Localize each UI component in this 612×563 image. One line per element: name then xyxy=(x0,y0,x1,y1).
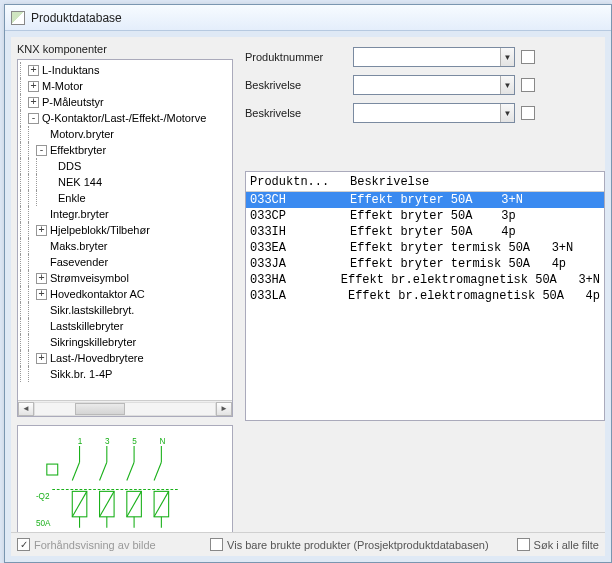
cell-beskrivelse: Effekt br.elektromagnetisk 50A 4p xyxy=(348,289,600,303)
search-all-checkbox-row[interactable]: Søk i alle filte xyxy=(517,538,599,551)
svg-text:1: 1 xyxy=(78,437,83,446)
scroll-track[interactable] xyxy=(34,402,216,416)
svg-line-17 xyxy=(127,462,134,480)
tree-item-label: Maks.bryter xyxy=(50,238,107,254)
tree-item-label: DDS xyxy=(58,158,81,174)
tree-item[interactable]: -Q-Kontaktor/Last-/Effekt-/Motorve xyxy=(20,110,232,126)
scroll-thumb[interactable] xyxy=(75,403,125,415)
filter-row: Produktnummer▼ xyxy=(245,47,597,67)
tree-item[interactable]: +P-Måleutstyr xyxy=(20,94,232,110)
app-icon xyxy=(11,11,25,25)
svg-line-25 xyxy=(154,491,169,516)
filter-extra-checkbox[interactable] xyxy=(521,106,535,120)
expand-icon[interactable]: + xyxy=(36,273,47,284)
filter-combo[interactable]: ▼ xyxy=(353,103,515,123)
tree-item-label: Lastskillebryter xyxy=(50,318,123,334)
svg-line-11 xyxy=(100,462,107,480)
tree-item[interactable]: Maks.bryter xyxy=(20,238,232,254)
svg-line-23 xyxy=(154,462,161,480)
grid-header-produktnummer[interactable]: Produktn... xyxy=(250,175,350,189)
cell-beskrivelse: Effekt bryter 50A 3p xyxy=(350,209,600,223)
svg-text:5: 5 xyxy=(132,437,137,446)
tree-item[interactable]: -Effektbryter xyxy=(20,142,232,158)
search-all-checkbox[interactable] xyxy=(517,538,530,551)
filter-panel: Produktnummer▼Beskrivelse▼Beskrivelse▼ xyxy=(245,47,597,131)
filter-input[interactable] xyxy=(354,77,500,93)
search-all-label: Søk i alle filte xyxy=(534,539,599,551)
tree-item-label: Strømveisymbol xyxy=(50,270,129,286)
cell-beskrivelse: Effekt br.elektromagnetisk 50A 3+N xyxy=(341,273,600,287)
table-row[interactable]: 033CPEffekt bryter 50A 3p xyxy=(246,208,604,224)
tree-item[interactable]: DDS xyxy=(20,158,232,174)
expand-icon[interactable]: + xyxy=(28,97,39,108)
tree-item[interactable]: Fasevender xyxy=(20,254,232,270)
component-tree[interactable]: +L-Induktans+M-Motor+P-Måleutstyr-Q-Kont… xyxy=(18,60,232,400)
filter-extra-checkbox[interactable] xyxy=(521,50,535,64)
tree-item-label: Sikr.lastskillebryt. xyxy=(50,302,134,318)
scroll-left-button[interactable]: ◄ xyxy=(18,402,34,416)
tree-item[interactable]: Integr.bryter xyxy=(20,206,232,222)
filter-combo[interactable]: ▼ xyxy=(353,75,515,95)
chevron-down-icon[interactable]: ▼ xyxy=(500,48,514,66)
tree-item[interactable]: Motorv.bryter xyxy=(20,126,232,142)
grid-header-beskrivelse[interactable]: Beskrivelse xyxy=(350,175,600,189)
tree-item[interactable]: Sikringskillebryter xyxy=(20,334,232,350)
filter-extra-checkbox[interactable] xyxy=(521,78,535,92)
tree-item[interactable]: +Strømveisymbol xyxy=(20,270,232,286)
table-row[interactable]: 033CHEffekt bryter 50A 3+N xyxy=(246,192,604,208)
result-grid[interactable]: Produktn... Beskrivelse 033CHEffekt bryt… xyxy=(245,171,605,421)
tree-item[interactable]: +Last-/Hovedbrytere xyxy=(20,350,232,366)
tree-item-label: Sikk.br. 1-4P xyxy=(50,366,112,382)
tree-item-label: P-Måleutstyr xyxy=(42,94,104,110)
cell-beskrivelse: Effekt bryter termisk 50A 3+N xyxy=(350,241,600,255)
cell-produktnummer: 033HA xyxy=(250,273,341,287)
tree-item[interactable]: Lastskillebryter xyxy=(20,318,232,334)
filter-label: Produktnummer xyxy=(245,51,353,63)
table-row[interactable]: 033HAEffekt br.elektromagnetisk 50A 3+N xyxy=(246,272,604,288)
used-products-checkbox-row[interactable]: Vis bare brukte produkter (Prosjektprodu… xyxy=(210,538,489,551)
table-row[interactable]: 033IHEffekt bryter 50A 4p xyxy=(246,224,604,240)
chevron-down-icon[interactable]: ▼ xyxy=(500,104,514,122)
filter-input[interactable] xyxy=(354,49,500,65)
table-row[interactable]: 033JAEffekt bryter termisk 50A 4p xyxy=(246,256,604,272)
cell-beskrivelse: Effekt bryter 50A 3+N xyxy=(350,193,600,207)
content-area: KNX komponenter +L-Induktans+M-Motor+P-M… xyxy=(5,31,611,562)
chevron-down-icon[interactable]: ▼ xyxy=(500,76,514,94)
scroll-right-button[interactable]: ► xyxy=(216,402,232,416)
tree-item[interactable]: Sikk.br. 1-4P xyxy=(20,366,232,382)
svg-line-5 xyxy=(72,462,79,480)
cell-produktnummer: 033LA xyxy=(250,289,348,303)
preview-panel: -Q2 50A 1 3 5 N xyxy=(17,425,233,545)
expand-icon[interactable]: + xyxy=(36,225,47,236)
tree-item-label: M-Motor xyxy=(42,78,83,94)
tree-item[interactable]: NEK 144 xyxy=(20,174,232,190)
cell-beskrivelse: Effekt bryter termisk 50A 4p xyxy=(350,257,600,271)
tree-item[interactable]: +Hjelpeblokk/Tilbehør xyxy=(20,222,232,238)
tree-item[interactable]: +L-Induktans xyxy=(20,62,232,78)
tree-item[interactable]: +Hovedkontaktor AC xyxy=(20,286,232,302)
cell-beskrivelse: Effekt bryter 50A 4p xyxy=(350,225,600,239)
cell-produktnummer: 033JA xyxy=(250,257,350,271)
tree-item[interactable]: Sikr.lastskillebryt. xyxy=(20,302,232,318)
tree-item[interactable]: Enkle xyxy=(20,190,232,206)
tree-item[interactable]: +M-Motor xyxy=(20,78,232,94)
titlebar[interactable]: Produktdatabase xyxy=(5,5,611,31)
table-row[interactable]: 033LAEffekt br.elektromagnetisk 50A 4p xyxy=(246,288,604,304)
expand-icon[interactable]: + xyxy=(36,353,47,364)
table-row[interactable]: 033EAEffekt bryter termisk 50A 3+N xyxy=(246,240,604,256)
expand-icon[interactable]: + xyxy=(28,81,39,92)
tree-item-label: Integr.bryter xyxy=(50,206,109,222)
produktdatabase-window: Produktdatabase KNX komponenter +L-Induk… xyxy=(4,4,612,563)
used-products-checkbox[interactable] xyxy=(210,538,223,551)
collapse-icon[interactable]: - xyxy=(28,113,39,124)
filter-combo[interactable]: ▼ xyxy=(353,47,515,67)
filter-label: Beskrivelse xyxy=(245,107,353,119)
tree-hscrollbar[interactable]: ◄ ► xyxy=(18,400,232,416)
svg-line-13 xyxy=(100,491,115,516)
expand-icon[interactable]: + xyxy=(36,289,47,300)
filter-input[interactable] xyxy=(354,105,500,121)
collapse-icon[interactable]: - xyxy=(36,145,47,156)
expand-icon[interactable]: + xyxy=(28,65,39,76)
grid-header: Produktn... Beskrivelse xyxy=(246,172,604,192)
bottom-bar: ✓ Forhåndsvisning av bilde Vis bare bruk… xyxy=(11,532,605,556)
